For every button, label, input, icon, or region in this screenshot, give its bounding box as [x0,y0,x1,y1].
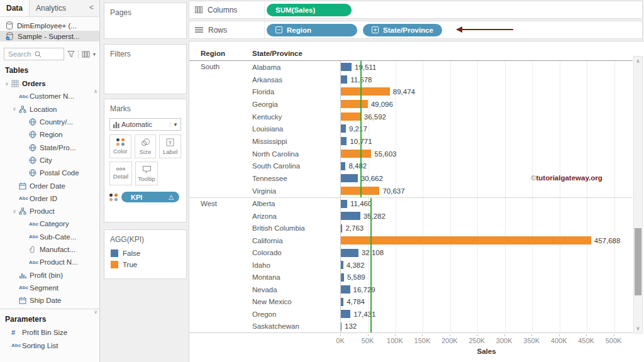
bar[interactable] [341,150,371,158]
pill-sum-sales[interactable]: SUM(Sales) [267,4,352,16]
columns-shelf[interactable]: Columns SUM(Sales) [189,1,643,19]
expand-hierarchy-icon[interactable]: + [372,26,379,33]
legend-item[interactable]: False [104,248,186,259]
state-label[interactable]: Alberta [252,198,340,211]
state-label[interactable]: South Carolina [252,160,340,173]
state-label[interactable]: Florida [252,85,340,98]
tooltip-button[interactable]: Tooltip [135,162,158,185]
state-label[interactable]: Virginia [252,185,340,197]
state-label[interactable]: North Carolina [252,148,340,160]
field-row[interactable]: AbcSegment [0,282,99,294]
field-row[interactable]: ∨Product [0,205,99,217]
field-row[interactable]: #Profit Bin Size [0,326,99,339]
datasource-item[interactable]: DimEmployee+ (... [0,20,99,31]
bar[interactable] [341,224,342,233]
bar[interactable] [341,322,341,331]
field-row[interactable]: ∨Orders [0,77,99,90]
field-row[interactable]: Postal Code [0,167,99,179]
field-row[interactable]: AbcCategory [0,217,99,230]
region-label[interactable]: South [189,61,252,197]
field-row[interactable]: City [0,154,99,167]
bar[interactable] [341,174,358,182]
datasource-item[interactable]: Sample - Superst... [0,31,99,41]
state-label[interactable]: New Mexico [252,296,340,309]
scroll-up-icon[interactable]: ∧ [634,58,642,64]
bar[interactable] [341,137,347,145]
scrollbar-thumb[interactable] [635,228,641,295]
scroll-down-icon[interactable]: ∨ [634,326,642,331]
legend-item[interactable]: True [104,259,186,270]
bar[interactable] [341,261,343,269]
bar[interactable] [341,87,390,96]
chevron-down-icon[interactable]: ∨ [10,209,19,214]
bar[interactable] [341,310,350,318]
scroll-down-icon[interactable]: ∨ [94,309,97,315]
view-as-icon[interactable] [82,51,90,58]
region-label[interactable]: West [189,198,252,333]
rows-shelf[interactable]: Rows −Region+State/Province [189,21,643,39]
filters-card[interactable]: Filters [104,44,187,94]
bar[interactable] [341,162,345,170]
field-row[interactable]: Ship Date [0,294,99,307]
detail-button[interactable]: Detail [109,162,132,185]
size-button[interactable]: Size [135,134,157,158]
state-label[interactable]: Kentucky [252,111,340,123]
bar[interactable] [341,249,358,257]
state-label[interactable]: Saskatchewan [252,321,340,333]
field-row[interactable]: Region [0,128,99,141]
state-label[interactable]: Arkansas [252,74,340,86]
bar[interactable] [341,112,361,121]
search-input[interactable]: Search [4,48,64,60]
chevron-down-icon[interactable]: ▼ [170,122,180,128]
kpi-pill[interactable]: KPI △ [121,192,179,202]
chevron-down-icon[interactable]: ▾ [93,52,96,57]
state-label[interactable]: Montana [252,272,340,284]
bar[interactable] [341,200,347,208]
bar[interactable] [341,285,350,293]
mark-type-dropdown[interactable]: Automatic ▼ [109,118,181,131]
filter-icon[interactable] [67,50,75,58]
tab-data[interactable]: Data [0,0,30,16]
bar[interactable] [341,124,346,133]
field-row[interactable]: Manufact... [0,243,99,256]
state-label[interactable]: Idaho [252,259,340,272]
bar[interactable] [341,75,347,84]
x-axis[interactable]: 0K50K100K150K200K250K300K350K400K450K500… [189,334,633,344]
tab-analytics[interactable]: Analytics [30,0,72,16]
state-label[interactable]: Georgia [252,98,340,111]
field-row[interactable]: AbcSub-Cate... [0,231,99,243]
pill-region[interactable]: −Region [267,24,357,36]
bar[interactable] [341,100,368,108]
state-label[interactable]: Mississippi [252,135,340,148]
scroll-up-icon[interactable]: ∧ [94,89,97,94]
state-label[interactable]: Alabama [252,61,340,74]
collapse-hierarchy-icon[interactable]: − [275,26,282,33]
state-label[interactable]: California [252,234,340,247]
field-row[interactable]: ∨Location [0,103,99,116]
bar[interactable] [341,212,360,220]
state-label[interactable]: British Columbia [252,222,340,235]
bar[interactable] [341,63,352,71]
field-row[interactable]: AbcProduct N... [0,256,99,268]
field-row[interactable]: Profit (bin) [0,268,99,281]
state-label[interactable]: Tennessee [252,172,340,185]
field-row[interactable]: State/Pro... [0,141,99,153]
state-label[interactable]: Colorado [252,247,340,260]
state-label[interactable]: Nevada [252,283,340,296]
color-button[interactable]: Color [109,134,131,158]
field-row[interactable]: Order Date [0,179,99,192]
state-label[interactable]: Arizona [252,210,340,222]
label-button[interactable]: TLabel [159,134,181,158]
bar[interactable] [341,236,591,244]
field-row[interactable]: AbcOrder ID [0,192,99,205]
chevron-down-icon[interactable]: ∨ [3,81,11,87]
pages-card[interactable]: Pages [104,3,187,39]
state-label[interactable]: Louisiana [252,123,340,135]
field-row[interactable]: AbcCustomer N... [0,90,99,102]
vertical-scrollbar[interactable]: ∧ ∨ [633,56,643,334]
state-column-header[interactable]: State/Province [252,48,340,60]
x-axis-title[interactable]: Sales [340,348,633,355]
state-label[interactable]: Oregon [252,308,340,321]
pill-state-province[interactable]: +State/Province [363,24,442,36]
collapse-pane-icon[interactable]: < [86,0,99,16]
